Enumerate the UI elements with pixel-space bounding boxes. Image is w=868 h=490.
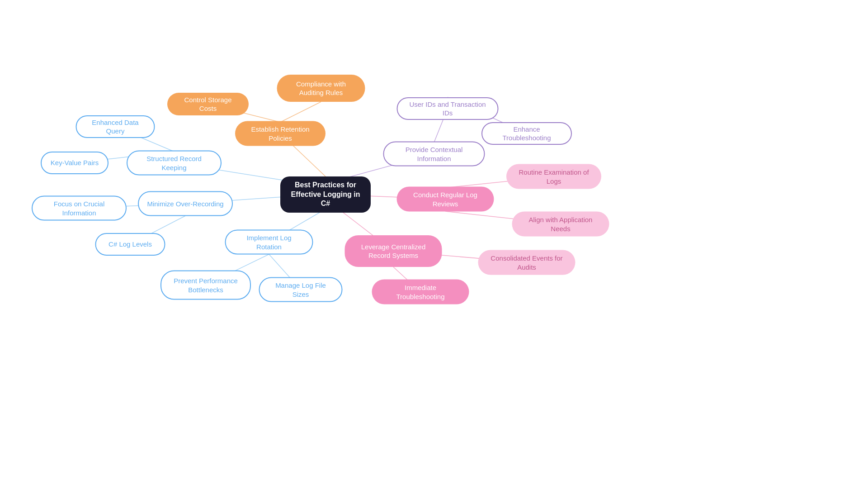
routine-examination-node: Routine Examination of Logs xyxy=(506,164,601,189)
enhance-troubleshooting-node: Enhance Troubleshooting xyxy=(481,122,572,145)
control-storage-node: Control Storage Costs xyxy=(167,93,249,115)
structured-record-node: Structured Record Keeping xyxy=(127,151,222,176)
immediate-troubleshooting-node: Immediate Troubleshooting xyxy=(372,280,469,304)
minimize-over-recording-node: Minimize Over-Recording xyxy=(138,191,233,216)
prevent-perf-bottlenecks-node: Prevent Performance Bottlenecks xyxy=(160,271,251,300)
key-value-pairs-node: Key-Value Pairs xyxy=(41,152,108,174)
center-node: Best Practices for Effective Logging in … xyxy=(280,176,371,213)
implement-log-rotation-node: Implement Log Rotation xyxy=(225,230,313,255)
establish-retention-node: Establish Retention Policies xyxy=(235,121,326,146)
csharp-log-levels-node: C# Log Levels xyxy=(95,233,165,256)
user-ids-transaction-node: User IDs and Transaction IDs xyxy=(397,97,499,120)
consolidated-events-node: Consolidated Events for Audits xyxy=(478,250,576,275)
manage-log-sizes-node: Manage Log File Sizes xyxy=(259,277,343,302)
leverage-centralized-node: Leverage Centralized Record Systems xyxy=(345,235,442,267)
provide-contextual-node: Provide Contextual Information xyxy=(383,142,485,167)
svg-line-1 xyxy=(280,102,321,122)
align-application-node: Align with Application Needs xyxy=(512,212,609,237)
compliance-auditing-node: Compliance with Auditing Rules xyxy=(277,75,365,102)
conduct-regular-node: Conduct Regular Log Reviews xyxy=(397,187,494,212)
enhanced-data-query-node: Enhanced Data Query xyxy=(76,115,155,138)
focus-crucial-node: Focus on Crucial Information xyxy=(32,196,127,221)
